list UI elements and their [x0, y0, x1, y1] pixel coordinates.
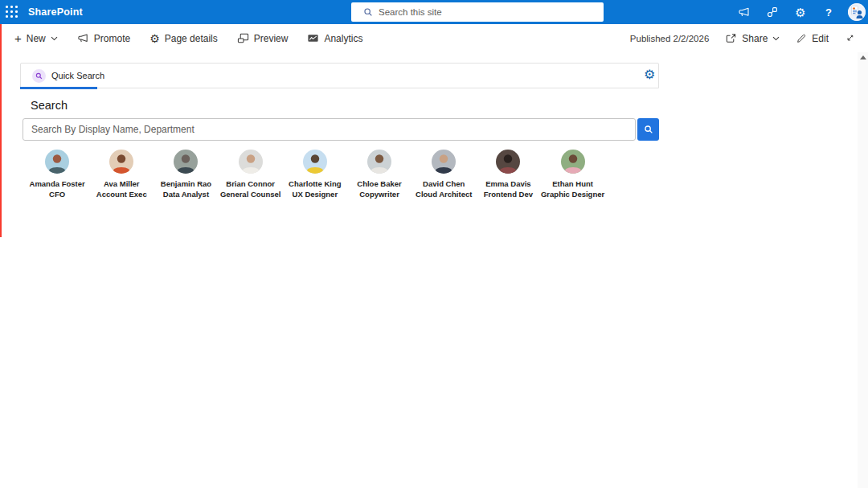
avatar [109, 150, 133, 174]
quick-search-tab-row: Quick Search [20, 63, 659, 88]
person-card[interactable]: Chloe Baker Copywriter [347, 150, 411, 200]
person-name: Emma Davis [476, 179, 540, 189]
share-button[interactable]: Share [725, 32, 780, 44]
person-name: Charlotte King [283, 179, 347, 189]
search-icon [643, 124, 654, 135]
person-card[interactable]: Emma Davis Frontend Dev [476, 150, 540, 200]
preview-button[interactable]: Preview [237, 32, 289, 44]
share-label: Share [742, 33, 768, 44]
people-results: Amanda Foster CFO Ava Miller Account Exe… [25, 150, 605, 200]
suite-icon-group: ⚙ ? [735, 0, 866, 24]
search-heading: Search [31, 99, 68, 112]
preview-window-icon [237, 32, 249, 44]
person-name: Benjamin Rao [154, 179, 218, 189]
suite-bar: SharePoint ⚙ ? [0, 0, 868, 24]
person-card[interactable]: David Chen Cloud Architect [411, 150, 476, 200]
tab-quick-search[interactable]: Quick Search [21, 64, 116, 88]
promote-label: Promote [94, 33, 130, 44]
avatar [367, 150, 391, 174]
person-name: Ethan Hunt [541, 179, 605, 189]
person-title: Copywriter [347, 190, 411, 199]
person-title: General Counsel [219, 190, 283, 199]
red-marker-line [0, 24, 2, 237]
site-search-input[interactable] [379, 7, 597, 17]
published-status: Published 2/2/2026 [630, 34, 709, 43]
person-card[interactable]: Charlotte King UX Designer [283, 150, 347, 200]
quick-search-icon [32, 69, 46, 83]
avatar [303, 150, 327, 174]
person-card[interactable]: Ethan Hunt Graphic Designer [541, 150, 605, 200]
person-title: UX Designer [283, 190, 347, 199]
new-label: New [27, 33, 46, 44]
chevron-down-icon [772, 36, 780, 41]
people-search-input[interactable] [23, 118, 636, 141]
person-title: Graphic Designer [541, 190, 605, 199]
avatar [561, 150, 585, 174]
people-search-button[interactable] [637, 118, 659, 141]
edit-button[interactable]: Edit [796, 33, 829, 44]
account-avatar[interactable] [848, 3, 866, 21]
tab-quick-search-label: Quick Search [51, 71, 104, 80]
plus-icon: + [14, 32, 22, 44]
collapse-icon[interactable] [845, 33, 855, 43]
scrollbar[interactable] [858, 52, 868, 488]
person-card[interactable]: Brian Connor General Counsel [219, 150, 283, 200]
preview-label: Preview [254, 33, 289, 44]
person-card[interactable]: Ava Miller Account Exec [89, 150, 154, 200]
promote-button[interactable]: Promote [77, 32, 130, 44]
pencil-icon [796, 33, 807, 44]
person-name: Chloe Baker [347, 179, 411, 189]
gear-icon: ⚙ [149, 33, 160, 44]
avatar [45, 150, 69, 174]
avatar [432, 150, 456, 174]
person-title: Cloud Architect [411, 190, 476, 199]
search-icon [362, 6, 374, 18]
new-button[interactable]: + New [14, 32, 58, 44]
person-name: David Chen [411, 179, 476, 189]
page-details-label: Page details [165, 33, 218, 44]
scroll-up-arrow-icon[interactable] [860, 55, 866, 59]
site-search-box[interactable] [351, 2, 604, 22]
command-bar-left: + New Promote ⚙ Page details Preview [14, 24, 362, 52]
chevron-down-icon [51, 36, 58, 41]
app-name[interactable]: SharePoint [28, 0, 83, 24]
share-icon [725, 32, 737, 44]
person-title: CFO [25, 190, 89, 199]
active-tab-underline [20, 87, 97, 89]
people-search-row [23, 118, 659, 141]
waffle-icon[interactable] [6, 6, 18, 18]
command-bar-right: Published 2/2/2026 Share Edit [630, 24, 855, 52]
person-name: Amanda Foster [25, 179, 89, 189]
settings-icon[interactable]: ⚙ [792, 3, 809, 21]
person-card[interactable]: Benjamin Rao Data Analyst [154, 150, 218, 200]
page-details-button[interactable]: ⚙ Page details [149, 33, 218, 44]
help-icon[interactable]: ? [820, 3, 837, 21]
megaphone-icon [77, 32, 89, 44]
announcement-icon[interactable] [735, 3, 753, 21]
analytics-chart-icon [307, 32, 319, 44]
webpart-settings-icon[interactable]: ⚙ [644, 68, 655, 81]
avatar [496, 150, 520, 174]
person-title: Frontend Dev [476, 190, 540, 199]
person-title: Data Analyst [154, 190, 218, 199]
avatar [174, 150, 198, 174]
analytics-label: Analytics [324, 33, 362, 44]
person-title: Account Exec [89, 190, 154, 199]
analytics-button[interactable]: Analytics [307, 32, 362, 44]
edit-label: Edit [812, 33, 829, 44]
avatar [239, 150, 263, 174]
command-bar: + New Promote ⚙ Page details Preview [0, 24, 868, 52]
person-name: Brian Connor [219, 179, 283, 189]
person-name: Ava Miller [89, 179, 154, 189]
person-card[interactable]: Amanda Foster CFO [25, 150, 89, 200]
connections-icon[interactable] [764, 3, 781, 21]
